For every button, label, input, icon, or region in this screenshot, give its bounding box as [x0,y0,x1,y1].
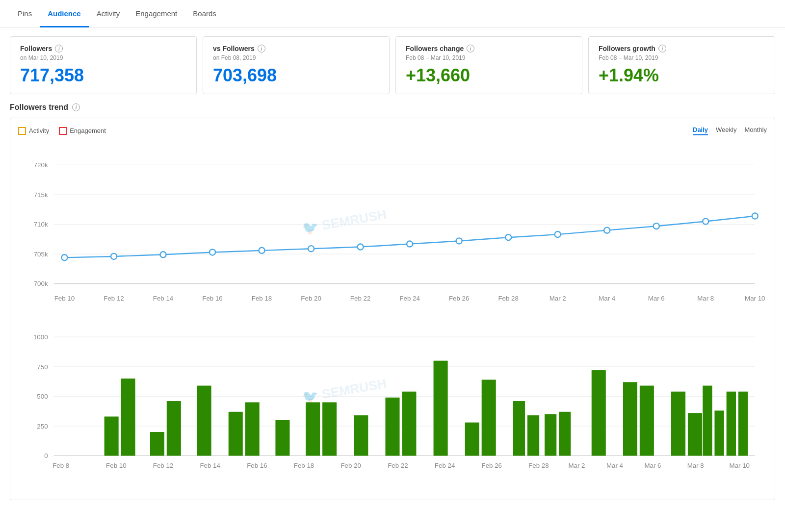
svg-text:Feb 24: Feb 24 [399,295,420,302]
svg-text:Mar 6: Mar 6 [648,295,665,302]
period-tab-weekly[interactable]: Weekly [716,126,736,135]
svg-text:Mar 8: Mar 8 [697,295,714,302]
period-tabs: Daily Weekly Monthly [693,126,767,135]
trend-section: Followers trend i Activity Engagement Da… [0,103,785,510]
svg-rect-69 [513,401,525,456]
stat-value-vs-followers: 703,698 [213,65,379,86]
nav-activity[interactable]: Activity [89,0,128,27]
nav-boards-label: Boards [193,9,216,18]
info-icon-followers-change[interactable]: i [467,45,474,52]
svg-point-15 [209,249,215,255]
trend-title: Followers trend i [10,103,775,112]
nav-engagement[interactable]: Engagement [128,0,185,27]
stat-value-followers-growth: +1.94% [599,65,765,86]
svg-rect-81 [738,392,748,456]
legend-engagement: Engagement [59,127,106,135]
svg-point-22 [555,231,561,237]
info-icon-followers[interactable]: i [55,45,63,52]
svg-text:710k: 710k [34,221,48,228]
svg-rect-65 [402,392,416,456]
svg-point-18 [358,244,364,250]
svg-point-17 [308,246,314,252]
stat-sublabel-followers: on Mar 10, 2019 [20,54,186,61]
svg-text:🐦 SEMRUSH: 🐦 SEMRUSH [301,206,388,237]
svg-text:Feb 18: Feb 18 [252,295,272,302]
svg-rect-56 [167,401,181,456]
svg-text:Feb 28: Feb 28 [498,295,518,302]
svg-text:Mar 8: Mar 8 [687,462,704,469]
svg-point-21 [505,234,511,240]
info-icon-trend[interactable]: i [72,103,80,111]
svg-text:Feb 10: Feb 10 [106,462,126,469]
svg-text:Feb 28: Feb 28 [528,462,549,469]
nav-activity-label: Activity [97,9,120,18]
svg-text:Feb 14: Feb 14 [200,462,220,469]
info-icon-vs-followers[interactable]: i [258,45,265,52]
svg-text:Mar 4: Mar 4 [599,295,616,302]
trend-chart-container: Activity Engagement Daily Weekly Monthly [10,118,775,500]
svg-point-20 [456,238,462,244]
info-icon-followers-growth[interactable]: i [658,45,666,52]
chart-header: Activity Engagement Daily Weekly Monthly [18,126,767,135]
svg-text:Feb 24: Feb 24 [435,462,455,469]
svg-rect-71 [545,414,556,456]
svg-rect-74 [623,382,637,456]
svg-rect-79 [714,411,724,456]
svg-rect-78 [703,386,712,456]
svg-text:Feb 20: Feb 20 [301,295,321,302]
stat-label-vs-followers: vs Followers i [213,45,379,52]
svg-point-16 [259,248,265,253]
stat-label-followers-growth: Followers growth i [599,45,765,52]
svg-point-26 [752,213,758,219]
svg-point-12 [61,254,67,260]
svg-rect-80 [727,392,736,456]
svg-text:715k: 715k [34,191,48,199]
svg-rect-76 [671,392,685,456]
svg-rect-72 [559,412,571,456]
svg-text:0: 0 [44,453,48,460]
svg-point-13 [111,253,117,259]
svg-point-14 [160,252,166,257]
svg-point-24 [654,223,659,229]
svg-rect-55 [150,432,164,456]
nav-engagement-label: Engagement [135,9,177,18]
svg-text:Feb 22: Feb 22 [350,295,370,302]
svg-text:Feb 26: Feb 26 [482,462,502,469]
svg-rect-64 [385,398,399,456]
stat-sublabel-vs-followers: on Feb 08, 2019 [213,54,379,61]
stat-card-followers: Followers i on Mar 10, 2019 717,358 [10,36,197,94]
stat-label-followers: Followers i [20,45,186,52]
svg-text:Feb 22: Feb 22 [388,462,408,469]
svg-text:Feb 26: Feb 26 [449,295,469,302]
nav-audience[interactable]: Audience [40,0,89,27]
svg-text:Mar 4: Mar 4 [606,462,624,469]
period-tab-daily[interactable]: Daily [693,126,708,135]
svg-point-23 [604,228,610,233]
stat-card-followers-change: Followers change i Feb 08 – Mar 10, 2019… [395,36,582,94]
svg-text:Mar 10: Mar 10 [730,462,750,469]
line-chart: 720k 715k 710k 705k 700k 🐦 SEMRUSH [18,141,767,325]
svg-text:Mar 10: Mar 10 [745,295,765,302]
svg-text:500: 500 [37,393,48,401]
stat-cards: Followers i on Mar 10, 2019 717,358 vs F… [0,27,785,103]
svg-rect-70 [527,416,539,456]
svg-text:Feb 16: Feb 16 [247,462,267,469]
period-tab-monthly[interactable]: Monthly [744,126,767,135]
svg-rect-53 [105,417,119,456]
svg-text:Feb 8: Feb 8 [52,462,69,469]
svg-text:Feb 16: Feb 16 [202,295,222,302]
legend-label-engagement: Engagement [70,127,106,134]
nav-boards[interactable]: Boards [185,0,224,27]
svg-rect-67 [465,423,479,456]
svg-text:Feb 18: Feb 18 [294,462,314,469]
svg-text:720k: 720k [34,161,48,169]
svg-rect-66 [434,361,448,456]
svg-rect-75 [640,386,654,456]
nav-bar: Pins Audience Activity Engagement Boards [0,0,785,27]
svg-text:Mar 2: Mar 2 [550,295,566,302]
svg-rect-63 [354,416,368,456]
svg-text:750: 750 [37,363,48,371]
stat-value-followers: 717,358 [20,65,186,86]
chart-legend: Activity Engagement [18,127,106,135]
nav-pins[interactable]: Pins [10,0,40,27]
